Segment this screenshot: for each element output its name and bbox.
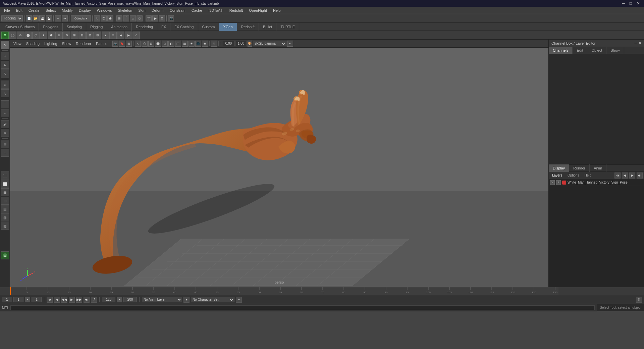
- snap-point-button[interactable]: ◇: [130, 15, 136, 21]
- vp-grid-btn[interactable]: ⊞: [126, 41, 132, 47]
- tab-sculpting[interactable]: Sculpting: [63, 23, 86, 31]
- move-tool[interactable]: ✛: [1, 52, 9, 60]
- menu-file[interactable]: File: [1, 8, 13, 13]
- character-set-dropdown[interactable]: No Character Set: [191, 297, 234, 302]
- menu-modify[interactable]: Modify: [59, 8, 75, 13]
- vp-color-profile-select[interactable]: sRGB gamma: [253, 41, 286, 46]
- tab-display[interactable]: Display: [549, 164, 569, 172]
- range-end-input[interactable]: [123, 297, 137, 302]
- vp-ao-btn[interactable]: ◉: [202, 41, 208, 47]
- minimize-button[interactable]: ─: [621, 1, 626, 6]
- xgen-tool-17[interactable]: ▶: [125, 32, 132, 39]
- save-as-button[interactable]: 💾: [46, 15, 52, 21]
- menu-windows[interactable]: Windows: [94, 8, 115, 13]
- paint-mode-button[interactable]: ⬟: [107, 15, 113, 21]
- menu-skeleton[interactable]: Skeleton: [115, 8, 135, 13]
- select-tool[interactable]: ↖: [1, 41, 9, 49]
- tab-custom[interactable]: Custom: [198, 23, 219, 31]
- layer-nav-last[interactable]: ⏭: [637, 172, 643, 179]
- go-to-start-button[interactable]: ⏮: [47, 297, 53, 303]
- xgen-tool-16[interactable]: ◀: [117, 32, 124, 39]
- xgen-tool-18[interactable]: ⤢: [132, 32, 140, 39]
- vp-color-profile-btn[interactable]: 🎨: [248, 41, 252, 47]
- paint-skin-tool[interactable]: 🖌: [1, 120, 9, 128]
- menu-deform[interactable]: Deform: [149, 8, 166, 13]
- vp-gamma-input[interactable]: [223, 41, 234, 46]
- vp-light-btn[interactable]: ☀: [189, 41, 195, 47]
- channel-box-minimize[interactable]: ─: [634, 41, 637, 45]
- layout-3[interactable]: ▦: [1, 188, 9, 196]
- start-frame-input[interactable]: [2, 297, 12, 302]
- camera-manip[interactable]: □: [1, 149, 9, 157]
- vp-color-settings-btn[interactable]: ▾: [287, 41, 293, 47]
- universal-manip-tool[interactable]: ⊕: [1, 81, 9, 89]
- scale-tool[interactable]: ⤡: [1, 69, 9, 78]
- xgen-tool-15[interactable]: ▼: [109, 32, 117, 39]
- curve-tool[interactable]: ⌒: [1, 100, 9, 108]
- snap-grid-button[interactable]: ⊞: [116, 15, 122, 21]
- tab-fx-caching[interactable]: FX Caching: [170, 23, 198, 31]
- rotate-tool[interactable]: ↻: [1, 61, 9, 69]
- vp-menu-shading[interactable]: Shading: [24, 41, 42, 46]
- tab-animation[interactable]: Animation: [107, 23, 132, 31]
- tab-rigging[interactable]: Rigging: [86, 23, 107, 31]
- go-to-end-button[interactable]: ⏭: [84, 297, 90, 303]
- layout-5[interactable]: ▤: [1, 205, 9, 213]
- artisan-tool[interactable]: ✏: [1, 129, 9, 137]
- xgen-tool-4[interactable]: ⬤: [24, 32, 32, 39]
- tab-edit[interactable]: Edit: [573, 47, 587, 54]
- vp-display-btn[interactable]: ◧: [168, 41, 174, 47]
- camera-button[interactable]: 📷: [168, 15, 174, 21]
- character-set-dropdown-btn[interactable]: ▾: [236, 297, 242, 303]
- layers-tab[interactable]: Layers: [550, 173, 564, 178]
- tab-anim[interactable]: Anim: [590, 164, 606, 172]
- vp-menu-view[interactable]: View: [11, 41, 23, 46]
- ep-curve-tool[interactable]: ⌣: [1, 109, 9, 117]
- vp-camera-btn[interactable]: 📷: [112, 41, 118, 47]
- render-settings-button[interactable]: ⚙: [159, 15, 165, 21]
- mode-dropdown[interactable]: Rigging: [1, 15, 23, 21]
- menu-select[interactable]: Select: [43, 8, 59, 13]
- menu-3dtoall[interactable]: -3DToAll-: [206, 8, 226, 13]
- menu-create[interactable]: Create: [26, 8, 42, 13]
- end-frame-input[interactable]: [102, 297, 115, 302]
- layout-4[interactable]: ⊞: [1, 197, 9, 205]
- layer-nav-next[interactable]: ▶: [629, 172, 635, 179]
- vp-smooth-btn[interactable]: ⬤: [155, 41, 161, 47]
- channel-box-close[interactable]: ✕: [638, 41, 641, 45]
- xgen-tool-12[interactable]: ⊠: [86, 32, 94, 39]
- menu-display[interactable]: Display: [76, 8, 94, 13]
- tab-fx[interactable]: FX: [157, 23, 170, 31]
- vp-menu-show[interactable]: Show: [60, 41, 73, 46]
- lasso-mode-button[interactable]: ⊏: [101, 15, 107, 21]
- objects-dropdown[interactable]: Objects ▾: [71, 15, 91, 21]
- range-start-input[interactable]: [32, 297, 42, 302]
- xgen-tool-9[interactable]: ⚙: [63, 32, 70, 39]
- new-file-button[interactable]: 📄: [26, 15, 32, 21]
- xgen-tool-6[interactable]: ✦: [40, 32, 47, 39]
- tab-channels[interactable]: Channels: [549, 47, 573, 54]
- xgen-tool-14[interactable]: ▲: [102, 32, 109, 39]
- menu-edit[interactable]: Edit: [13, 8, 25, 13]
- xgen-tool-11[interactable]: ⊟: [78, 32, 86, 39]
- vp-isolate-btn[interactable]: ◎: [211, 41, 217, 47]
- vp-menu-lighting[interactable]: Lighting: [42, 41, 59, 46]
- ipr-render-button[interactable]: ▶: [152, 15, 158, 21]
- layout-2[interactable]: ⬜: [1, 180, 9, 188]
- xgen-tool-5[interactable]: ⬡: [32, 32, 40, 39]
- vp-texture-btn[interactable]: ▦: [182, 41, 188, 47]
- menu-help[interactable]: Help: [270, 8, 283, 13]
- close-button[interactable]: ✕: [635, 1, 641, 6]
- xgen-tool-7[interactable]: ⬟: [48, 32, 55, 39]
- layout-7[interactable]: ▨: [1, 222, 9, 230]
- save-file-button[interactable]: 💾: [39, 15, 45, 21]
- vp-xray-btn[interactable]: ◫: [175, 41, 181, 47]
- open-file-button[interactable]: 📂: [33, 15, 39, 21]
- viewport[interactable]: X Y Z persp: [10, 48, 548, 287]
- help-tab[interactable]: Help: [582, 173, 593, 178]
- layer-item[interactable]: V P White_Man_Tanned_Victory_Sign_Pose: [549, 179, 644, 186]
- tab-object[interactable]: Object: [587, 47, 606, 54]
- show-manips[interactable]: ⊞: [1, 140, 9, 148]
- layout-1[interactable]: ⬛: [1, 171, 9, 180]
- xgen-tool-3[interactable]: ⊙: [17, 32, 24, 39]
